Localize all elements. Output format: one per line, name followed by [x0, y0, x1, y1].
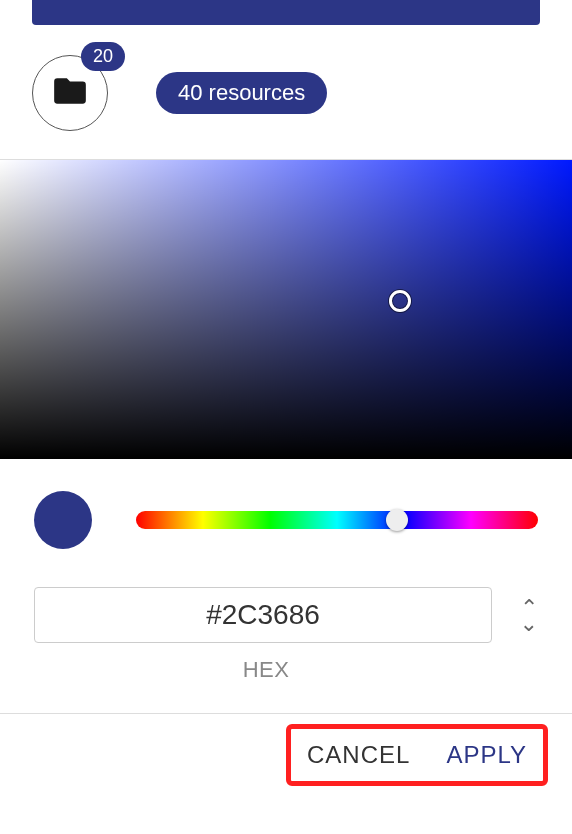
saturation-value-panel[interactable]	[0, 159, 572, 459]
swatch-row	[0, 459, 572, 569]
folder-icon	[51, 72, 89, 114]
sv-thumb[interactable]	[389, 290, 411, 312]
hex-input[interactable]	[34, 587, 492, 643]
accent-bar	[32, 0, 540, 25]
hue-slider[interactable]	[136, 511, 538, 529]
format-stepper[interactable]: ⌃ ⌃	[520, 601, 538, 629]
folder-button[interactable]: 20	[32, 55, 108, 131]
color-swatch	[34, 491, 92, 549]
hex-row: ⌃ ⌃	[0, 569, 572, 649]
cancel-button[interactable]: CANCEL	[307, 741, 410, 769]
chevron-down-icon[interactable]: ⌃	[520, 615, 538, 629]
hue-thumb[interactable]	[386, 509, 408, 531]
resources-pill[interactable]: 40 resources	[156, 72, 327, 114]
apply-button[interactable]: APPLY	[446, 741, 527, 769]
footer: CANCEL APPLY	[0, 713, 572, 795]
folder-row: 20 40 resources	[32, 25, 540, 159]
format-label: HEX	[34, 649, 498, 713]
folder-badge: 20	[81, 42, 125, 71]
action-button-group: CANCEL APPLY	[286, 724, 548, 786]
